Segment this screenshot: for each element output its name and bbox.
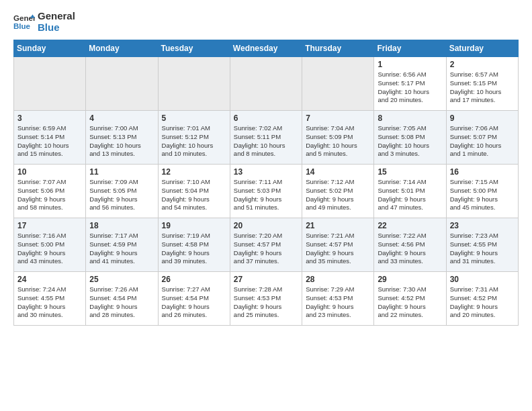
day-number: 7 (306, 113, 370, 123)
day-info: Sunrise: 7:05 AM Sunset: 5:08 PM Dayligh… (378, 124, 442, 158)
calendar-cell: 26Sunrise: 7:27 AM Sunset: 4:54 PM Dayli… (158, 272, 230, 326)
day-number: 17 (17, 221, 82, 230)
day-info: Sunrise: 7:27 AM Sunset: 4:54 PM Dayligh… (162, 285, 226, 320)
day-info: Sunrise: 7:15 AM Sunset: 5:00 PM Dayligh… (450, 178, 515, 212)
day-info: Sunrise: 6:59 AM Sunset: 5:14 PM Dayligh… (17, 124, 82, 158)
calendar-cell (14, 57, 86, 111)
calendar-cell: 7Sunrise: 7:04 AM Sunset: 5:09 PM Daylig… (302, 111, 374, 165)
day-number: 22 (378, 221, 442, 230)
calendar-cell: 13Sunrise: 7:11 AM Sunset: 5:03 PM Dayli… (230, 165, 302, 218)
day-number: 5 (162, 113, 226, 123)
day-number: 2 (450, 60, 515, 69)
calendar-cell: 11Sunrise: 7:09 AM Sunset: 5:05 PM Dayli… (86, 165, 158, 218)
calendar-cell (86, 57, 158, 111)
calendar-cell (230, 57, 302, 111)
day-number: 6 (234, 113, 298, 123)
day-number: 26 (162, 275, 226, 284)
calendar-cell: 27Sunrise: 7:28 AM Sunset: 4:53 PM Dayli… (230, 272, 302, 326)
day-number: 24 (17, 275, 82, 284)
day-info: Sunrise: 7:17 AM Sunset: 4:59 PM Dayligh… (89, 232, 154, 266)
day-info: Sunrise: 7:07 AM Sunset: 5:06 PM Dayligh… (17, 178, 82, 212)
day-number: 10 (17, 167, 82, 177)
day-info: Sunrise: 7:10 AM Sunset: 5:04 PM Dayligh… (162, 178, 226, 212)
calendar-cell: 4Sunrise: 7:00 AM Sunset: 5:13 PM Daylig… (86, 111, 158, 165)
day-number: 25 (89, 275, 154, 284)
day-number: 20 (234, 221, 298, 230)
calendar-cell: 30Sunrise: 7:31 AM Sunset: 4:52 PM Dayli… (446, 272, 518, 326)
week-row-1: 1Sunrise: 6:56 AM Sunset: 5:17 PM Daylig… (14, 57, 519, 111)
calendar-cell: 28Sunrise: 7:29 AM Sunset: 4:53 PM Dayli… (302, 272, 374, 326)
week-row-5: 24Sunrise: 7:24 AM Sunset: 4:55 PM Dayli… (14, 272, 519, 326)
day-number: 12 (162, 167, 226, 177)
day-number: 1 (378, 60, 442, 69)
week-row-2: 3Sunrise: 6:59 AM Sunset: 5:14 PM Daylig… (14, 111, 519, 165)
calendar-cell: 2Sunrise: 6:57 AM Sunset: 5:15 PM Daylig… (446, 57, 518, 111)
svg-text:Blue: Blue (13, 21, 31, 30)
calendar-cell: 29Sunrise: 7:30 AM Sunset: 4:52 PM Dayli… (374, 272, 446, 326)
weekday-header-sunday: Sunday (14, 40, 86, 57)
calendar-cell: 1Sunrise: 6:56 AM Sunset: 5:17 PM Daylig… (374, 57, 446, 111)
calendar-cell: 25Sunrise: 7:26 AM Sunset: 4:54 PM Dayli… (86, 272, 158, 326)
weekday-header-saturday: Saturday (446, 40, 518, 57)
day-number: 16 (450, 167, 515, 177)
calendar-cell: 15Sunrise: 7:14 AM Sunset: 5:01 PM Dayli… (374, 165, 446, 218)
calendar-cell: 24Sunrise: 7:24 AM Sunset: 4:55 PM Dayli… (14, 272, 86, 326)
weekday-header-friday: Friday (374, 40, 446, 57)
calendar-cell: 10Sunrise: 7:07 AM Sunset: 5:06 PM Dayli… (14, 165, 86, 218)
day-info: Sunrise: 7:30 AM Sunset: 4:52 PM Dayligh… (378, 285, 442, 320)
day-info: Sunrise: 7:29 AM Sunset: 4:53 PM Dayligh… (306, 285, 370, 320)
day-info: Sunrise: 7:00 AM Sunset: 5:13 PM Dayligh… (89, 124, 154, 158)
calendar-cell (302, 57, 374, 111)
day-info: Sunrise: 7:06 AM Sunset: 5:07 PM Dayligh… (450, 124, 515, 158)
calendar-table: SundayMondayTuesdayWednesdayThursdayFrid… (13, 40, 519, 326)
day-number: 9 (450, 113, 515, 123)
day-info: Sunrise: 7:28 AM Sunset: 4:53 PM Dayligh… (234, 285, 298, 320)
weekday-header-monday: Monday (86, 40, 158, 57)
day-info: Sunrise: 7:20 AM Sunset: 4:57 PM Dayligh… (234, 232, 298, 266)
logo-blue: Blue (38, 22, 75, 34)
calendar-cell: 3Sunrise: 6:59 AM Sunset: 5:14 PM Daylig… (14, 111, 86, 165)
day-number: 8 (378, 113, 442, 123)
calendar-cell: 22Sunrise: 7:22 AM Sunset: 4:56 PM Dayli… (374, 218, 446, 272)
calendar-cell: 14Sunrise: 7:12 AM Sunset: 5:02 PM Dayli… (302, 165, 374, 218)
day-number: 29 (378, 275, 442, 284)
day-number: 13 (234, 167, 298, 177)
day-number: 14 (306, 167, 370, 177)
day-number: 11 (89, 167, 154, 177)
calendar-cell: 8Sunrise: 7:05 AM Sunset: 5:08 PM Daylig… (374, 111, 446, 165)
logo-icon: General Blue (13, 13, 35, 32)
day-number: 28 (306, 275, 370, 284)
day-info: Sunrise: 6:57 AM Sunset: 5:15 PM Dayligh… (450, 71, 515, 105)
calendar-cell: 12Sunrise: 7:10 AM Sunset: 5:04 PM Dayli… (158, 165, 230, 218)
day-info: Sunrise: 7:04 AM Sunset: 5:09 PM Dayligh… (306, 124, 370, 158)
week-row-4: 17Sunrise: 7:16 AM Sunset: 5:00 PM Dayli… (14, 218, 519, 272)
svg-text:General: General (13, 14, 35, 22)
day-number: 18 (89, 221, 154, 230)
calendar-cell: 23Sunrise: 7:23 AM Sunset: 4:55 PM Dayli… (446, 218, 518, 272)
day-info: Sunrise: 7:31 AM Sunset: 4:52 PM Dayligh… (450, 285, 515, 320)
day-info: Sunrise: 7:19 AM Sunset: 4:58 PM Dayligh… (162, 232, 226, 266)
day-info: Sunrise: 7:09 AM Sunset: 5:05 PM Dayligh… (89, 178, 154, 212)
weekday-header-thursday: Thursday (302, 40, 374, 57)
page: General Blue General Blue SundayMondayTu… (0, 0, 532, 336)
day-info: Sunrise: 7:23 AM Sunset: 4:55 PM Dayligh… (450, 232, 515, 266)
calendar-cell: 5Sunrise: 7:01 AM Sunset: 5:12 PM Daylig… (158, 111, 230, 165)
day-info: Sunrise: 7:21 AM Sunset: 4:57 PM Dayligh… (306, 232, 370, 266)
day-number: 27 (234, 275, 298, 284)
day-info: Sunrise: 7:11 AM Sunset: 5:03 PM Dayligh… (234, 178, 298, 212)
day-info: Sunrise: 7:16 AM Sunset: 5:00 PM Dayligh… (17, 232, 82, 266)
day-number: 23 (450, 221, 515, 230)
day-number: 19 (162, 221, 226, 230)
weekday-header-wednesday: Wednesday (230, 40, 302, 57)
weekday-header-tuesday: Tuesday (158, 40, 230, 57)
week-row-3: 10Sunrise: 7:07 AM Sunset: 5:06 PM Dayli… (14, 165, 519, 218)
calendar-cell: 9Sunrise: 7:06 AM Sunset: 5:07 PM Daylig… (446, 111, 518, 165)
day-number: 30 (450, 275, 515, 284)
weekday-header-row: SundayMondayTuesdayWednesdayThursdayFrid… (14, 40, 519, 57)
calendar-cell: 6Sunrise: 7:02 AM Sunset: 5:11 PM Daylig… (230, 111, 302, 165)
day-number: 15 (378, 167, 442, 177)
day-number: 4 (89, 113, 154, 123)
calendar-cell: 16Sunrise: 7:15 AM Sunset: 5:00 PM Dayli… (446, 165, 518, 218)
day-info: Sunrise: 7:26 AM Sunset: 4:54 PM Dayligh… (89, 285, 154, 320)
logo: General Blue General Blue (13, 11, 75, 33)
